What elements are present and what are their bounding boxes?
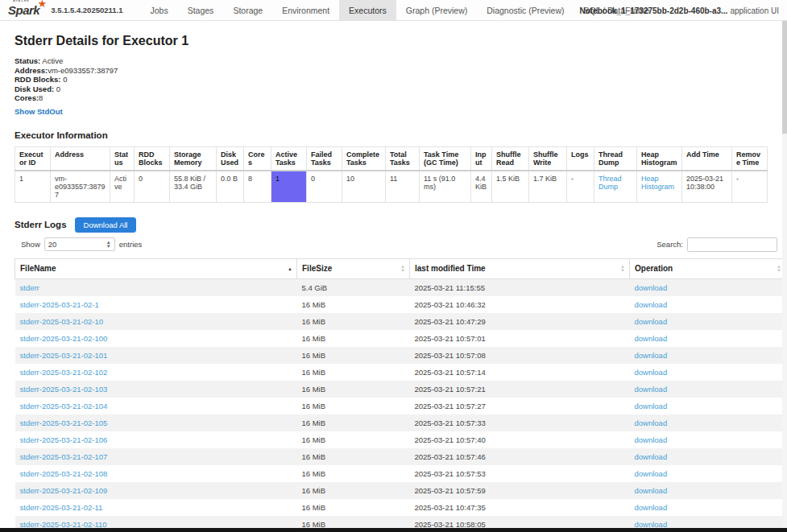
nav-tab-executors[interactable]: Executors: [339, 0, 396, 20]
cell-heap-histogram: Heap Histogram: [637, 171, 682, 203]
log-filesize-cell: 16 MiB: [297, 465, 410, 482]
nav-tab-environment[interactable]: Environment: [272, 0, 339, 20]
executor-info-table: Executor ID Address Status RDD Blocks St…: [14, 146, 768, 203]
log-file-link[interactable]: stderr-2025-03-21-02-102: [20, 368, 108, 377]
sort-icon[interactable]: ▲▼: [777, 265, 781, 273]
cell-executor-id: 1: [15, 171, 51, 203]
col-failed-tasks: Failed Tasks: [307, 146, 342, 171]
scrollbar[interactable]: [782, 21, 787, 528]
log-table-row: stderr-2025-03-21-02-10916 MiB2025-03-21…: [15, 482, 786, 499]
download-link[interactable]: download: [635, 385, 668, 394]
log-filesize-cell: 16 MiB: [297, 347, 410, 364]
log-file-link[interactable]: stderr-2025-03-21-02-103: [20, 385, 108, 394]
log-file-link[interactable]: stderr-2025-03-21-02-110: [20, 520, 107, 529]
entries-label: entries: [119, 240, 143, 249]
top-nav: APACHE Spark ★ 3.5.1.5.4.20250211.1 Jobs…: [0, 0, 787, 21]
log-filename-cell: stderr-2025-03-21-02-104: [15, 398, 297, 414]
cell-status: Active: [110, 171, 135, 203]
col-storage-memory: Storage Memory: [170, 146, 217, 171]
log-operation-cell: download: [630, 398, 786, 414]
nav-tab-diagnostic-preview[interactable]: Diagnostic (Preview): [477, 0, 574, 20]
log-file-link[interactable]: stderr-2025-03-21-02-11: [20, 503, 103, 512]
col-thread-dump: Thread Dump: [594, 146, 637, 171]
log-operation-cell: download: [630, 431, 786, 448]
log-filename-cell: stderr-2025-03-21-02-101: [15, 347, 297, 364]
download-link[interactable]: download: [635, 402, 668, 410]
log-file-link[interactable]: stderr-2025-03-21-02-100: [20, 334, 108, 343]
download-link[interactable]: download: [635, 283, 668, 292]
cell-remove-time: -: [732, 171, 768, 203]
thread-dump-link[interactable]: Thread Dump: [599, 175, 622, 191]
log-table-row: stderr-2025-03-21-02-10416 MiB2025-03-21…: [15, 398, 786, 414]
col-status: Status: [110, 146, 135, 171]
log-file-link[interactable]: stderr-2025-03-21-02-1: [20, 300, 99, 309]
log-filename-cell: stderr: [15, 278, 297, 296]
download-link[interactable]: download: [635, 469, 668, 478]
nav-tab-storage[interactable]: Storage: [223, 0, 272, 20]
sort-icon[interactable]: ▲▼: [400, 265, 405, 273]
summary-address: Address:vm-e0933557:38797: [14, 66, 779, 76]
download-link[interactable]: download: [635, 503, 668, 512]
col-last-modified[interactable]: last modified Time ▲▼: [410, 258, 630, 278]
cell-input: 4.4 KiB: [471, 171, 492, 203]
log-table-row: stderr-2025-03-21-02-10016 MiB2025-03-21…: [15, 330, 786, 347]
log-modified-cell: 2025-03-21 10:57:40: [410, 431, 630, 448]
log-table-row: stderr-2025-03-21-02-10716 MiB2025-03-21…: [15, 448, 786, 465]
heap-histogram-link[interactable]: Heap Histogram: [641, 175, 674, 191]
log-filename-cell: stderr-2025-03-21-02-100: [15, 330, 297, 347]
log-file-link[interactable]: stderr-2025-03-21-02-106: [20, 435, 108, 444]
nav-tab-graph-preview[interactable]: Graph (Preview): [396, 0, 477, 20]
col-filesize[interactable]: FileSize ▲▼: [297, 258, 410, 278]
log-filesize-cell: 16 MiB: [297, 431, 410, 448]
download-all-button[interactable]: Download All: [75, 217, 137, 233]
col-remove-time: Remove Time: [732, 146, 768, 171]
cell-active-tasks: 1: [271, 171, 307, 203]
show-label: Show: [21, 240, 40, 249]
sort-icon[interactable]: ▲▼: [620, 265, 625, 273]
log-modified-cell: 2025-03-21 10:57:08: [410, 347, 630, 364]
download-link[interactable]: download: [635, 334, 668, 343]
log-modified-cell: 2025-03-21 10:47:35: [410, 499, 630, 516]
spark-logo[interactable]: APACHE Spark ★ 3.5.1.5.4.20250211.1: [0, 0, 129, 20]
log-file-link[interactable]: stderr-2025-03-21-02-107: [20, 452, 108, 461]
search-label: Search:: [657, 240, 683, 249]
log-file-link[interactable]: stderr-2025-03-21-02-101: [20, 351, 108, 360]
download-link[interactable]: download: [635, 317, 668, 326]
show-stdout-link[interactable]: Show StdOut: [14, 107, 63, 116]
download-link[interactable]: download: [635, 419, 668, 427]
log-filesize-cell: 16 MiB: [297, 330, 410, 347]
search-input[interactable]: [687, 237, 777, 252]
log-file-link[interactable]: stderr-2025-03-21-02-108: [20, 469, 108, 478]
sort-asc-icon[interactable]: ▲: [288, 266, 292, 270]
log-file-link[interactable]: stderr-2025-03-21-02-109: [20, 486, 108, 495]
download-link[interactable]: download: [635, 452, 668, 461]
nav-tab-jobs[interactable]: Jobs: [140, 0, 177, 20]
col-operation[interactable]: Operation ▲▼: [630, 258, 786, 278]
download-link[interactable]: download: [635, 520, 668, 529]
summary-status: Status: Active: [14, 56, 779, 66]
log-filesize-cell: 16 MiB: [297, 313, 410, 330]
log-operation-cell: download: [630, 465, 786, 482]
col-filename[interactable]: FileName ▲: [15, 258, 297, 278]
log-filename-cell: stderr-2025-03-21-02-1: [15, 296, 297, 313]
scrollbar-thumb[interactable]: [782, 21, 787, 134]
log-filename-cell: stderr-2025-03-21-02-103: [15, 381, 297, 398]
executor-information-heading: Executor Information: [14, 130, 779, 140]
download-link[interactable]: download: [635, 351, 668, 360]
cell-failed-tasks: 0: [307, 171, 342, 203]
download-link[interactable]: download: [635, 300, 668, 309]
download-link[interactable]: download: [635, 435, 668, 444]
page-length-select[interactable]: 20 ▲▼: [44, 237, 115, 251]
log-file-link[interactable]: stderr-2025-03-21-02-105: [20, 419, 108, 427]
log-operation-cell: download: [630, 414, 786, 431]
log-operation-cell: download: [630, 482, 786, 499]
download-link[interactable]: download: [635, 368, 668, 377]
nav-tab-stages[interactable]: Stages: [178, 0, 224, 20]
log-file-link[interactable]: stderr-2025-03-21-02-104: [20, 402, 108, 410]
log-operation-cell: download: [630, 364, 786, 381]
download-link[interactable]: download: [635, 486, 668, 495]
cell-address: vm-e0933557:38797: [51, 171, 110, 203]
log-file-link[interactable]: stderr: [20, 283, 39, 292]
log-file-link[interactable]: stderr-2025-03-21-02-10: [20, 317, 104, 326]
log-filesize-cell: 16 MiB: [297, 381, 410, 398]
